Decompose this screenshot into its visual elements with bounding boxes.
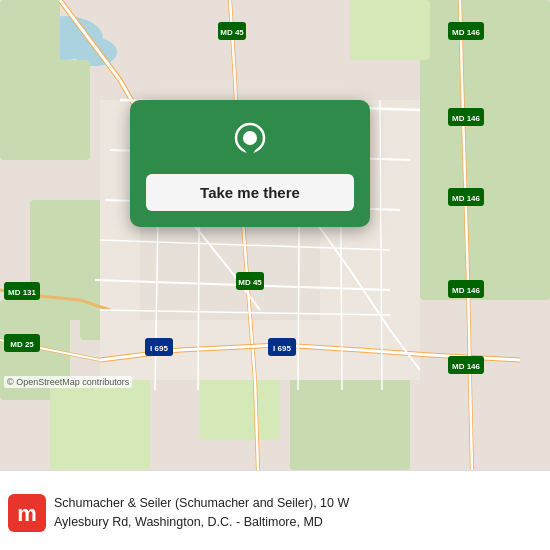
svg-text:MD 45: MD 45	[220, 28, 244, 37]
svg-text:MD 146: MD 146	[452, 286, 481, 295]
moovit-logo: m	[8, 494, 46, 532]
svg-rect-4	[0, 60, 90, 160]
svg-text:MD 146: MD 146	[452, 114, 481, 123]
svg-rect-7	[350, 0, 430, 60]
location-pin-icon	[228, 120, 272, 164]
moovit-logo-icon: m	[8, 494, 46, 532]
svg-rect-10	[50, 380, 150, 470]
svg-text:MD 146: MD 146	[452, 194, 481, 203]
svg-text:I 695: I 695	[273, 344, 291, 353]
svg-point-52	[243, 131, 257, 145]
osm-attribution: © OpenStreetMap contributors	[4, 376, 132, 388]
svg-text:MD 146: MD 146	[452, 28, 481, 37]
svg-text:MD 146: MD 146	[452, 362, 481, 371]
svg-text:m: m	[17, 501, 37, 526]
map-container: I 83 MD 45 MD 45 I 695 I 695 MD 146 MD 1…	[0, 0, 550, 470]
map-svg: I 83 MD 45 MD 45 I 695 I 695 MD 146 MD 1…	[0, 0, 550, 470]
svg-text:MD 131: MD 131	[8, 288, 37, 297]
svg-text:I 695: I 695	[150, 344, 168, 353]
bottom-bar: m Schumacher & Seiler (Schumacher and Se…	[0, 470, 550, 550]
bottom-address: Schumacher & Seiler (Schumacher and Seil…	[54, 494, 538, 530]
popup-card: Take me there	[130, 100, 370, 227]
svg-text:MD 45: MD 45	[238, 278, 262, 287]
bottom-address-block: Schumacher & Seiler (Schumacher and Seil…	[54, 494, 538, 530]
take-me-there-button[interactable]: Take me there	[146, 174, 354, 211]
svg-rect-6	[420, 100, 550, 300]
svg-text:MD 25: MD 25	[10, 340, 34, 349]
